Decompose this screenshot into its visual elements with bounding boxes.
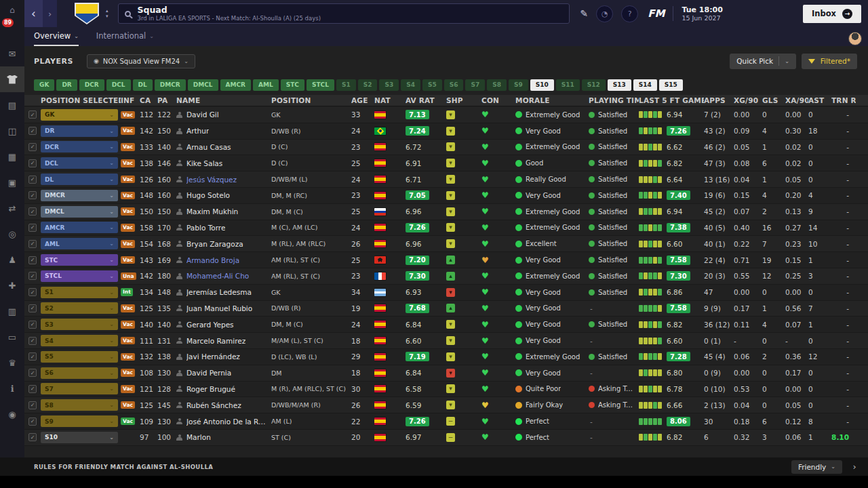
tab-international[interactable]: International⌄ [96, 27, 154, 46]
edit-icon[interactable]: ✎ [580, 8, 589, 19]
position-filter-dcr[interactable]: DCR [79, 79, 104, 91]
position-chip[interactable]: STC⌄ [41, 254, 118, 266]
player-name[interactable]: Roger Brugué [186, 385, 235, 393]
player-name[interactable]: Rubén Sánchez [186, 401, 241, 409]
position-chip[interactable]: DL⌄ [41, 174, 118, 185]
row-checkbox[interactable]: ✓ [28, 256, 37, 264]
row-checkbox[interactable]: ✓ [28, 288, 37, 296]
position-filter-s10[interactable]: S10 [530, 79, 554, 91]
row-checkbox[interactable]: ✓ [28, 304, 37, 312]
position-chip[interactable]: S7⌄ [41, 383, 118, 394]
player-row[interactable]: ✓S3⌄Vac140140Gerard YepesDM, M (C)246.84… [24, 317, 868, 333]
filter-button[interactable]: Filtered* [802, 54, 857, 69]
info-badge[interactable]: Vac [121, 240, 135, 248]
player-row[interactable]: ✓AMCR⌄Vac158170Pablo TorreM (C), AM (LC)… [24, 220, 868, 237]
info-badge[interactable]: Vac [121, 385, 135, 393]
info-badge[interactable]: Vac [121, 401, 135, 409]
position-filter-s4[interactable]: S4 [401, 79, 420, 91]
match-type-dropdown[interactable]: Friendly ⌄ [791, 460, 842, 474]
column-header-last-5-ft-games[interactable]: LAST 5 FT GAMES [639, 95, 704, 106]
player-row[interactable]: ✓DCL⌄Vac138146Kike SalasD (C)256.91▾♥Goo… [24, 155, 868, 171]
position-chip[interactable]: S6⌄ [41, 367, 118, 379]
row-checkbox[interactable]: ✓ [28, 337, 37, 345]
info-badge[interactable]: Una [121, 272, 136, 281]
info-badge[interactable]: Vac [121, 418, 135, 426]
info-badge[interactable]: Vac [121, 159, 135, 167]
column-header-ca[interactable]: CA [140, 95, 157, 106]
sidebar-item-development[interactable]: ▥ [0, 298, 24, 324]
position-filter-s9[interactable]: S9 [509, 79, 528, 91]
position-chip[interactable]: S8⌄ [41, 399, 118, 411]
row-checkbox[interactable]: ✓ [28, 110, 37, 119]
info-badge[interactable]: Vac [121, 353, 135, 361]
column-header-name[interactable]: NAME [176, 95, 271, 106]
player-row[interactable]: ✓S6⌄Vac108130David PerniaDM186.84▾♥Very … [24, 365, 868, 382]
row-checkbox[interactable]: ✓ [28, 127, 37, 135]
screen-cycle-control[interactable]: ▴ ▾ [106, 8, 108, 19]
player-row[interactable]: ✓GK⌄Vac112122David GilGK337.13▾♥Extremel… [24, 107, 868, 123]
game-date[interactable]: Tue 18:00 15 Jun 2027 [682, 5, 722, 22]
player-name[interactable]: Marlon [186, 433, 211, 441]
row-checkbox[interactable]: ✓ [28, 240, 37, 248]
player-row[interactable]: ✓STCL⌄Una142180Mohamed-Ali ChoAM (RL), S… [24, 268, 868, 285]
position-filter-stcl[interactable]: STCL [307, 79, 334, 91]
position-chip[interactable]: S9⌄ [41, 415, 118, 427]
row-checkbox[interactable]: ✓ [28, 159, 37, 167]
sidebar-item-recruitment[interactable]: ♟ [0, 247, 24, 272]
position-filter-s11[interactable]: S11 [556, 79, 580, 91]
position-filter-amcr[interactable]: AMCR [220, 79, 251, 91]
position-filter-s8[interactable]: S8 [487, 79, 507, 91]
row-checkbox[interactable]: ✓ [28, 401, 37, 409]
position-chip[interactable]: DMCR⌄ [41, 190, 118, 201]
position-filter-s1[interactable]: S1 [336, 79, 356, 91]
search-box[interactable]: Squad 3rd in LALIGA EA SPORTS - Next Mat… [118, 3, 570, 24]
info-badge[interactable]: Int [121, 288, 133, 296]
row-checkbox[interactable]: ✓ [28, 369, 37, 377]
position-chip[interactable]: S2⌄ [41, 302, 118, 314]
column-header-pa[interactable]: PA [157, 95, 176, 106]
player-row[interactable]: ✓S5⌄Vac132138Javi HernándezD (LC), WB (L… [24, 349, 868, 365]
info-badge[interactable]: Vac [121, 143, 135, 151]
info-badge[interactable]: Vac [121, 176, 135, 184]
player-name[interactable]: Kike Salas [186, 159, 222, 167]
column-header-trn-rat[interactable]: TRN RAT [831, 95, 856, 106]
player-row[interactable]: ✓STC⌄Vac143169Armando BrojaAM (RL), ST (… [24, 252, 868, 268]
position-chip[interactable]: DCR⌄ [41, 141, 118, 152]
column-header-position[interactable]: POSITION [271, 95, 351, 106]
player-name[interactable]: Bryan Zaragoza [186, 240, 243, 248]
position-filter-s2[interactable]: S2 [358, 79, 378, 91]
sidebar-item-club-info[interactable]: ℹ [0, 375, 24, 401]
row-checkbox[interactable]: ✓ [28, 433, 37, 441]
up-arrow-icon[interactable]: ▴ [106, 8, 108, 14]
player-row[interactable]: ✓DL⌄Vac126160Jesús VázquezD/WB/M (L)246.… [24, 171, 868, 188]
sidebar-item-transfers[interactable]: ⇄ [0, 195, 24, 221]
player-name[interactable]: David Gil [186, 110, 219, 119]
column-header-playing-time[interactable]: PLAYING TIME [589, 95, 639, 106]
player-row[interactable]: ✓S9⌄Vac109130José Antonio De la RosaAM (… [24, 413, 868, 430]
row-checkbox[interactable]: ✓ [28, 143, 37, 151]
position-filter-s13[interactable]: S13 [608, 79, 631, 91]
player-name[interactable]: Pablo Torre [186, 224, 225, 232]
position-chip[interactable]: GK⌄ [41, 109, 118, 121]
position-filter-s3[interactable]: S3 [379, 79, 399, 91]
position-chip[interactable]: DCL⌄ [41, 157, 118, 169]
position-filter-dr[interactable]: DR [56, 79, 77, 91]
player-name[interactable]: Gerard Yepes [186, 321, 234, 329]
column-header-xa-90[interactable]: XA/90 [785, 95, 808, 106]
back-button[interactable]: ‹ [24, 0, 43, 27]
player-row[interactable]: ✓DCR⌄Vac133140Arnau CasasD (C)236.72▾♥Ex… [24, 140, 868, 156]
position-filter-s6[interactable]: S6 [444, 79, 464, 91]
position-filter-s15[interactable]: S15 [659, 79, 683, 91]
row-checkbox[interactable]: ✓ [28, 352, 37, 361]
game-menu-icon[interactable]: ⌂ [0, 3, 24, 17]
column-header-gls[interactable]: GLS [762, 95, 785, 106]
player-row[interactable]: ✓S4⌄Vac111131Marcelo RamirezM/AM (L), ST… [24, 333, 868, 349]
inbox-button[interactable]: Inbox → [803, 5, 861, 23]
info-badge[interactable]: Vac [121, 256, 135, 264]
column-header-xg-90[interactable]: XG/90 [734, 95, 762, 106]
position-chip[interactable]: S4⌄ [41, 335, 118, 346]
column-header-con[interactable]: CON [481, 95, 515, 106]
position-chip[interactable]: DMCL⌄ [41, 206, 118, 218]
player-name[interactable]: Jeremías Ledesma [186, 288, 252, 296]
column-header-nat[interactable]: NAT [374, 95, 406, 106]
